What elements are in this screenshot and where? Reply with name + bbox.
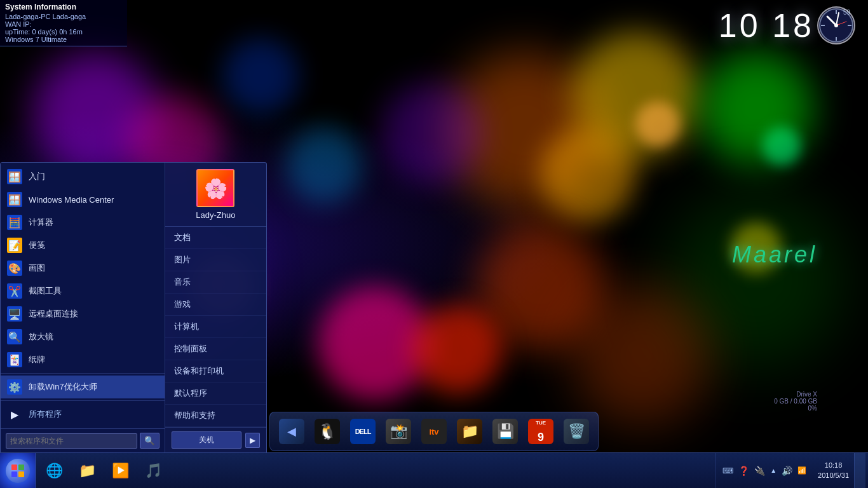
rdp-label: 远程桌面连接 (29, 308, 78, 320)
wmc-icon: 🪟 (7, 192, 22, 207)
start-item-sticky[interactable]: 📝 便笺 (1, 234, 165, 257)
start-item-uninstall[interactable]: ⚙️ 卸载Win7优化大师 (1, 376, 165, 398)
mediaplayer-icon: ▶️ (110, 461, 130, 481)
drive-percent: 0% (774, 405, 817, 412)
explorer-icon: 📁 (77, 461, 97, 481)
sticky-icon: 📝 (7, 238, 22, 253)
tray-network2-icon[interactable]: 📶 (796, 465, 808, 476)
start-button[interactable] (0, 453, 36, 489)
sys-info-wan: WAN IP: (5, 20, 122, 28)
sticky-label: 便笺 (29, 240, 45, 251)
magnifier-label: 放大镜 (29, 331, 53, 342)
getting-started-icon: 🪟 (7, 169, 22, 184)
all-programs-icon: ▶ (7, 407, 22, 422)
svg-point-8 (834, 24, 838, 27)
start-menu-items: 🪟 入门 🪟 Windows Media Center 🧮 计算器 📝 便笺 🎨… (1, 163, 165, 428)
snip-icon: ✂️ (7, 283, 22, 299)
taskbar-ie[interactable]: 🌐 (38, 457, 70, 485)
start-right-documents[interactable]: 文档 (165, 227, 266, 249)
dock-item-floppy[interactable]: 💾 (489, 415, 522, 448)
start-right-music[interactable]: 音乐 (165, 271, 266, 294)
start-item-magnifier[interactable]: 🔍 放大镜 (1, 325, 165, 348)
shutdown-arrow-button[interactable]: ▶ (245, 433, 260, 448)
search-input[interactable] (6, 433, 137, 449)
start-item-rdp[interactable]: 🖥️ 远程桌面连接 (1, 302, 165, 325)
sys-info-pc: Lada-gaga-PC Lada-gaga (5, 13, 122, 20)
uninstall-label: 卸载Win7优化大师 (29, 381, 97, 393)
dock-item-media[interactable]: 📸 (382, 415, 415, 448)
start-item-paint[interactable]: 🎨 画图 (1, 257, 165, 280)
show-desktop-button[interactable] (854, 453, 865, 489)
start-search-bar: 🔍 (1, 428, 165, 452)
search-button[interactable]: 🔍 (140, 433, 159, 449)
dock-item-folder[interactable]: 📁 (453, 415, 486, 448)
start-right-computer[interactable]: 计算机 (165, 316, 266, 338)
start-item-getting-started[interactable]: 🪟 入门 (1, 165, 165, 188)
start-item-calculator[interactable]: 🧮 计算器 (1, 211, 165, 234)
taskbar-programs: 🌐 📁 ▶️ 🎵 (36, 453, 172, 488)
tray-volume-icon[interactable]: 🔊 (780, 464, 794, 477)
start-menu-right: 🌸 Lady-Zhuo 文档 图片 音乐 游戏 计算机 控制面板 设备和打印机 … (165, 163, 266, 452)
taskbar-date: 2010/5/31 (818, 471, 849, 480)
dock-media-icon: 📸 (386, 419, 411, 444)
start-orb (6, 459, 30, 483)
user-avatar: 🌸 (196, 169, 234, 207)
tray-network-icon[interactable]: 🔌 (753, 464, 766, 477)
system-tray: ⌨ ❓ 🔌 ▲ 🔊 📶 (715, 453, 813, 488)
dock-dell-icon: DELL (350, 419, 376, 444)
calculator-label: 计算器 (29, 217, 53, 228)
start-right-default[interactable]: 默认程序 (165, 383, 266, 405)
system-info-widget: System Information Lada-gaga-PC Lada-gag… (0, 0, 127, 46)
start-item-snip[interactable]: ✂️ 截图工具 (1, 280, 165, 302)
user-area: 🌸 Lady-Zhuo (165, 163, 266, 227)
getting-started-label: 入门 (29, 171, 45, 182)
drive-size: 0 GB / 0.00 GB (774, 398, 817, 405)
start-right-pictures[interactable]: 图片 (165, 249, 266, 271)
dock-penguin-icon: 🐧 (315, 419, 340, 444)
dock-item-back[interactable]: ◀ (275, 415, 308, 448)
dock-floppy-icon: 💾 (492, 419, 518, 444)
start-menu-left: 🪟 入门 🪟 Windows Media Center 🧮 计算器 📝 便笺 🎨… (1, 163, 165, 452)
analog-clock: 59 (817, 6, 855, 44)
dock-item-penguin[interactable]: 🐧 (311, 415, 344, 448)
snip-label: 截图工具 (29, 285, 62, 297)
sys-info-title: System Information (5, 3, 122, 11)
uninstall-icon: ⚙️ (7, 379, 22, 395)
dock-item-itv[interactable]: itv (417, 415, 451, 448)
start-right-devices[interactable]: 设备和打印机 (165, 360, 266, 383)
dock-item-calendar[interactable]: TUE 9 (524, 415, 557, 448)
start-item-wmc[interactable]: 🪟 Windows Media Center (1, 188, 165, 211)
start-item-all-programs[interactable]: ▶ 所有程序 (1, 403, 165, 426)
username-label: Lady-Zhuo (196, 210, 235, 220)
tray-help-icon[interactable]: ❓ (737, 464, 750, 477)
wmc-label: Windows Media Center (29, 195, 114, 205)
taskbar-explorer[interactable]: 📁 (71, 457, 103, 485)
clock-seconds: 59 (843, 9, 850, 16)
taskbar-clock[interactable]: 10:18 2010/5/31 (813, 461, 854, 480)
notepad-icon: 🃏 (7, 352, 22, 367)
dock-item-dell[interactable]: DELL (346, 415, 379, 448)
start-divider-1 (1, 373, 165, 374)
sys-info-uptime: upTime: 0 day(s) 0h 16m (5, 28, 122, 36)
start-item-notepad[interactable]: 🃏 纸牌 (1, 348, 165, 371)
ie-icon: 🌐 (44, 461, 64, 481)
clock-widget: 10 18 59 (719, 6, 855, 44)
start-right-games[interactable]: 游戏 (165, 294, 266, 316)
calculator-icon: 🧮 (7, 215, 22, 230)
dock-item-trash[interactable]: 🗑️ (560, 415, 593, 448)
shutdown-bar: 关机 ▶ (165, 427, 266, 452)
start-right-control[interactable]: 控制面板 (165, 338, 266, 360)
drive-info-widget: Drive X 0 GB / 0.00 GB 0% (774, 391, 817, 412)
taskbar: 🌐 📁 ▶️ 🎵 ⌨ ❓ 🔌 ▲ 🔊 📶 10:18 2010/5/31 (0, 452, 868, 488)
taskbar-mediaplayer[interactable]: ▶️ (104, 457, 136, 485)
rdp-icon: 🖥️ (7, 306, 22, 322)
taskbar-wmp2[interactable]: 🎵 (137, 457, 169, 485)
taskbar-time: 10:18 (818, 461, 849, 470)
tray-keyboard-icon[interactable]: ⌨ (721, 465, 735, 477)
magnifier-icon: 🔍 (7, 329, 22, 344)
notepad-label: 纸牌 (29, 354, 45, 365)
start-menu: 🪟 入门 🪟 Windows Media Center 🧮 计算器 📝 便笺 🎨… (0, 162, 267, 452)
start-right-help[interactable]: 帮助和支持 (165, 405, 266, 427)
tray-arrow-icon[interactable]: ▲ (769, 466, 778, 475)
shutdown-button[interactable]: 关机 (172, 431, 241, 449)
